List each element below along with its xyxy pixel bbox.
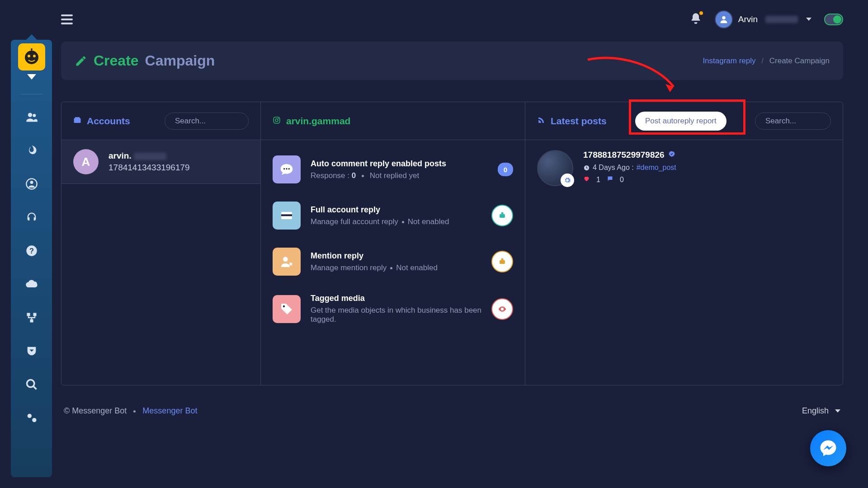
footer: © Messenger Bot Messenger Bot English xyxy=(61,406,843,416)
svg-point-33 xyxy=(501,308,503,310)
status-toggle[interactable] xyxy=(824,14,843,25)
svg-point-24 xyxy=(283,168,285,169)
sidebar-item-support[interactable] xyxy=(18,205,45,230)
svg-point-6 xyxy=(28,113,32,117)
breadcrumb-link[interactable]: Instagram reply xyxy=(703,56,755,65)
feature-mention[interactable]: Mention reply Manage mention replyNot en… xyxy=(269,242,517,288)
comments-count: 0 xyxy=(620,176,624,184)
clock-icon xyxy=(583,164,590,171)
posts-search-input[interactable] xyxy=(755,113,831,130)
app-logo[interactable] xyxy=(18,43,45,70)
sidebar-item-account[interactable] xyxy=(18,171,45,197)
user-menu[interactable]: Arvin xyxy=(715,10,811,28)
post-hashtag[interactable]: #demo_post xyxy=(637,164,676,172)
svg-point-18 xyxy=(32,418,36,422)
comment-icon xyxy=(273,155,301,183)
post-autoreply-report-button[interactable]: Post autoreply report xyxy=(635,112,726,131)
feature-auto-comment[interactable]: Auto comment reply enabled posts Respons… xyxy=(269,150,517,196)
sidebar-item-help[interactable]: ? xyxy=(18,238,45,263)
feature-subtitle: Get the media objects in which business … xyxy=(311,306,481,324)
breadcrumb: Instagram reply / Create Campaign xyxy=(703,56,830,66)
account-name-redacted xyxy=(134,153,166,160)
latest-posts-header: Latest posts Post autoreply report xyxy=(525,102,843,140)
notifications-bell-icon[interactable] xyxy=(689,12,702,27)
manage-button[interactable] xyxy=(491,205,513,226)
view-button[interactable] xyxy=(491,298,513,320)
svg-point-3 xyxy=(33,55,36,57)
footer-link[interactable]: Messenger Bot xyxy=(142,406,197,415)
svg-point-15 xyxy=(27,380,34,387)
card-icon xyxy=(273,202,301,230)
accounts-icon xyxy=(73,116,81,126)
svg-rect-20 xyxy=(75,117,80,118)
top-header: Arvin xyxy=(0,0,868,38)
svg-text:?: ? xyxy=(29,247,34,255)
svg-rect-19 xyxy=(74,118,81,123)
feature-title: Mention reply xyxy=(311,251,481,261)
svg-point-26 xyxy=(288,168,290,169)
account-panel-header: arvin.gammad xyxy=(261,102,525,140)
sidebar-item-fire[interactable] xyxy=(18,138,45,163)
feature-title: Auto comment reply enabled posts xyxy=(311,159,488,169)
account-handle: arvin.gammad xyxy=(286,116,350,127)
svg-point-30 xyxy=(283,257,288,262)
svg-point-2 xyxy=(28,55,30,57)
caret-down-icon xyxy=(835,409,840,413)
sidebar-item-flow[interactable] xyxy=(18,305,45,330)
user-avatar-icon xyxy=(715,10,733,28)
user-name-redacted xyxy=(765,16,798,23)
comment-icon xyxy=(607,175,613,184)
manage-button[interactable] xyxy=(491,251,513,272)
feature-subtitle: Response : 0 Not replied yet xyxy=(311,171,488,180)
logo-tail-icon xyxy=(27,73,36,81)
gear-icon[interactable] xyxy=(561,174,574,187)
pencil-icon xyxy=(75,55,87,67)
latest-posts-column: Latest posts Post autoreply report 17888… xyxy=(525,102,843,385)
account-id: 17841413433196179 xyxy=(108,163,190,173)
footer-copyright: © Messenger Bot xyxy=(64,406,127,415)
svg-rect-31 xyxy=(500,260,505,264)
sidebar-item-users[interactable] xyxy=(18,104,45,130)
svg-rect-28 xyxy=(281,214,292,216)
svg-point-22 xyxy=(275,119,278,122)
post-time: 4 Days Ago : #demo_post xyxy=(583,164,676,172)
svg-point-9 xyxy=(30,181,33,184)
account-panel-column: arvin.gammad Auto comment reply enabled … xyxy=(260,102,525,385)
sidebar-item-pocket[interactable] xyxy=(18,338,45,364)
likes-count: 1 xyxy=(596,176,600,184)
feature-title: Tagged media xyxy=(311,294,481,303)
svg-point-23 xyxy=(278,117,279,118)
user-name-label: Arvin xyxy=(738,14,758,24)
svg-point-4 xyxy=(31,48,33,50)
sidebar-separator xyxy=(21,94,42,94)
account-row[interactable]: A arvin. 17841413433196179 xyxy=(61,140,260,184)
post-card[interactable]: 17888187529979826 4 Days Ago : #demo_pos… xyxy=(525,140,843,196)
latest-posts-title: Latest posts xyxy=(551,116,607,127)
accounts-header: Accounts xyxy=(61,102,260,140)
post-id: 17888187529979826 xyxy=(583,150,676,160)
sidebar-item-search[interactable] xyxy=(18,372,45,397)
language-selector[interactable]: English xyxy=(802,406,840,416)
svg-rect-14 xyxy=(30,319,33,323)
instagram-icon xyxy=(273,116,281,126)
sidebar-item-settings[interactable] xyxy=(18,405,45,431)
page-title-part1: Create xyxy=(94,52,139,69)
tag-icon xyxy=(273,295,301,323)
svg-point-0 xyxy=(722,16,725,19)
account-avatar: A xyxy=(73,149,99,174)
hamburger-menu[interactable] xyxy=(61,14,73,24)
top-right-controls: Arvin xyxy=(689,10,843,28)
rss-icon xyxy=(537,116,545,126)
verified-icon xyxy=(668,150,675,160)
account-name: arvin. xyxy=(108,151,190,161)
feature-full-account[interactable]: Full account reply Manage full account r… xyxy=(269,196,517,242)
feature-tagged-media[interactable]: Tagged media Get the media objects in wh… xyxy=(269,288,517,337)
svg-point-1 xyxy=(25,51,38,64)
sidebar-item-cloud[interactable] xyxy=(18,272,45,297)
sidebar: ? xyxy=(11,40,52,477)
messenger-fab[interactable] xyxy=(810,430,846,466)
accounts-search-input[interactable] xyxy=(165,113,249,130)
page-title: Create Campaign xyxy=(75,52,215,69)
post-stats: 1 0 xyxy=(583,175,676,184)
svg-rect-12 xyxy=(27,313,30,316)
